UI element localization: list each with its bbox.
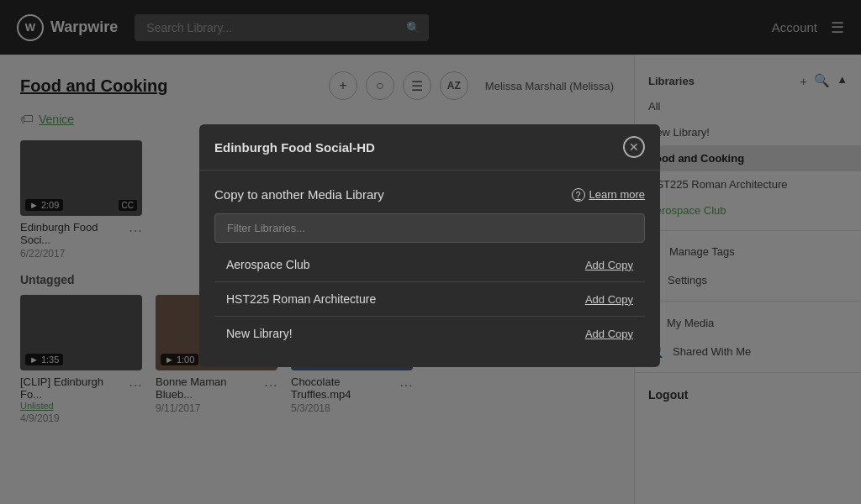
copy-title: Copy to another Media Library	[214, 187, 384, 202]
library-name: HST225 Roman Architecture	[226, 292, 376, 306]
learn-more-link[interactable]: ? Learn more	[572, 188, 645, 202]
filter-libraries-input[interactable]	[214, 213, 645, 243]
add-copy-button-2[interactable]: Add Copy	[585, 328, 633, 340]
modal-copy-header: Copy to another Media Library ? Learn mo…	[214, 187, 645, 202]
library-item: Aerospace Club Add Copy	[214, 248, 645, 281]
modal-title: Edinburgh Food Social-HD	[214, 140, 375, 155]
library-item: HST225 Roman Architecture Add Copy	[214, 281, 645, 316]
library-list: Aerospace Club Add Copy HST225 Roman Arc…	[214, 248, 645, 350]
add-copy-button-1[interactable]: Add Copy	[585, 293, 633, 306]
library-item: New Library! Add Copy	[214, 316, 645, 350]
modal-body: Copy to another Media Library ? Learn mo…	[199, 171, 660, 367]
modal-header: Edinburgh Food Social-HD ✕	[199, 124, 660, 171]
modal-close-button[interactable]: ✕	[623, 136, 645, 158]
learn-more-label: Learn more	[589, 188, 645, 201]
help-icon: ?	[572, 188, 585, 202]
copy-modal: Edinburgh Food Social-HD ✕ Copy to anoth…	[199, 124, 660, 367]
library-name: New Library!	[226, 327, 293, 340]
add-copy-button-0[interactable]: Add Copy	[585, 259, 633, 271]
library-name: Aerospace Club	[226, 258, 310, 271]
